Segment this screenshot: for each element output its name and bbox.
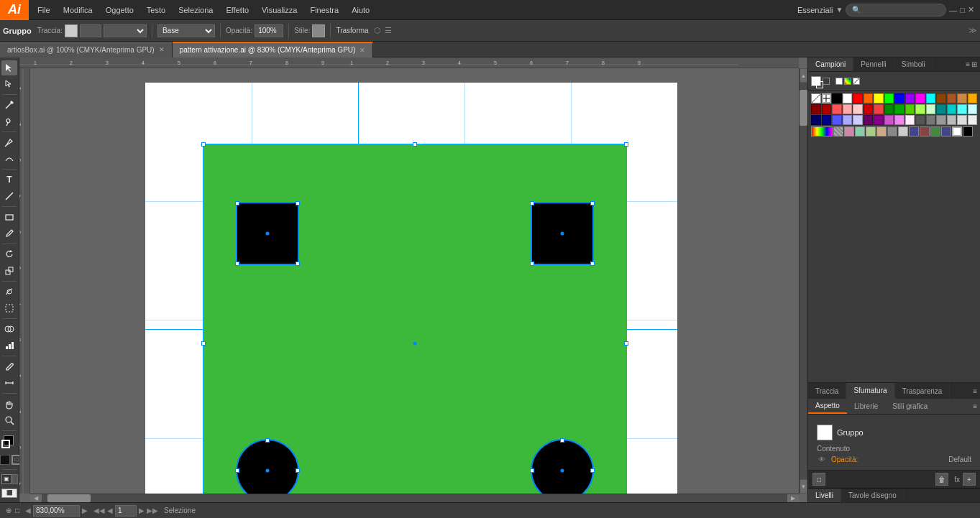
swatch-white[interactable] [843,93,853,103]
sq-tl-handle-bl[interactable] [235,262,239,266]
hscroll[interactable]: ◀ ▶ [30,494,799,502]
chart-tool[interactable] [1,338,17,353]
sq-tr-handle-tl[interactable] [530,201,534,205]
rotate-tool[interactable] [1,247,17,262]
swatch-blue[interactable] [894,93,905,103]
align-icon[interactable]: ☰ [385,26,392,35]
swatch-mintgreen[interactable] [926,104,936,114]
panel-menu-icon[interactable]: ≡ [966,60,970,68]
black-square-tl[interactable] [236,202,299,265]
artboard-num-input[interactable] [115,505,137,517]
handle-ml[interactable] [201,341,206,346]
zoom-input[interactable] [33,505,80,517]
status-icon-2[interactable]: □ [15,507,19,514]
group-fill-swatch[interactable] [817,425,833,440]
swatch-medpurple[interactable] [874,115,884,125]
fill-box[interactable] [0,455,10,465]
sq-tl-handle-br[interactable] [296,262,300,266]
swatch-gray50[interactable] [887,126,897,137]
close-button[interactable]: ✕ [968,5,974,14]
eyedropper-tool[interactable] [1,359,17,374]
swatch-gray55[interactable] [915,115,925,125]
new-layer-btn[interactable]: □ [812,473,825,486]
minimize-button[interactable]: — [949,6,957,14]
hand-tool[interactable] [1,397,17,412]
swatch-sienna[interactable] [920,126,930,137]
screen-mode-btn[interactable] [12,474,18,484]
bp-menu-icon[interactable]: ≡ [973,387,977,395]
stroke-line-select[interactable]: Base [157,24,215,37]
asp-tab-librerie[interactable]: Librerie [847,399,885,414]
bp-tab-sfumatura[interactable]: Sfumatura [846,383,894,399]
swatch-chartreuse[interactable] [905,104,915,114]
swatch-violet[interactable] [905,93,915,103]
shape-builder-tool2[interactable] [1,322,17,337]
menu-file[interactable]: File [32,4,56,16]
swatch-lightred[interactable] [832,104,842,114]
line-tool[interactable] [1,189,17,204]
magic-wand-tool[interactable] [1,98,17,113]
swatch-mauve[interactable] [844,126,854,137]
zoom-area[interactable]: ◀ ▶ [25,505,88,517]
black-circle-br[interactable] [531,439,594,494]
swatch-lightlavblue[interactable] [853,115,863,125]
stroke-color[interactable] [1,440,10,448]
zoom-prev-btn[interactable]: ◀ [25,507,31,514]
color-mode-grad[interactable] [844,78,851,85]
sq-tr-handle-tr[interactable] [590,201,595,205]
swatch-teal[interactable] [936,104,946,114]
sq-tl-handle-tl[interactable] [235,201,239,205]
swatch-graydd[interactable] [957,115,967,125]
shape-builder-icon[interactable]: ⬡ [374,26,381,35]
swatch-red[interactable] [853,93,863,103]
swatch-magenta[interactable] [915,93,925,103]
swatch-sand[interactable] [876,126,887,137]
sq-tr-handle-bl[interactable] [530,262,534,266]
asp-tab-aspetto[interactable]: Aspetto [808,399,847,414]
swatch-none-item[interactable] [811,93,821,103]
zoom-next-btn[interactable]: ▶ [82,507,88,514]
tab-pattern[interactable]: pattern attivazione.ai @ 830% (CMYK/Ante… [173,42,374,57]
swatch-registration[interactable] [822,93,832,103]
circ-bl-handle-l[interactable] [235,468,239,473]
normal-screen-btn[interactable]: ▣ [1,474,12,484]
swatch-darkpurple[interactable] [864,115,874,125]
stroke-color-swatch[interactable] [65,24,78,37]
sq-tr-handle-br[interactable] [590,262,595,266]
swatch-paleplum[interactable] [905,115,915,125]
warp-tool[interactable] [1,285,17,300]
black-square-tr[interactable] [531,202,594,265]
trasforma-label[interactable]: Trasforma [336,27,368,34]
black-circle-bl[interactable] [236,439,299,494]
swatch-graybb[interactable] [947,115,957,125]
swatch-medgreen[interactable] [894,104,905,114]
lasso-tool[interactable] [1,114,17,129]
green-rectangle[interactable] [203,144,627,494]
menu-testo[interactable]: Testo [141,4,171,16]
artboard-btn[interactable]: ⬛ [1,489,17,498]
bp-tab-traccia[interactable]: Traccia [808,383,846,399]
artboard-end-btn[interactable]: ▶▶ [147,507,158,514]
tab-pennelli[interactable]: Pennelli [853,57,894,71]
opacity-label[interactable]: Opacità: [831,455,858,463]
measure-tool[interactable] [1,376,17,391]
swatch-paleblue[interactable] [968,104,978,114]
vscroll-down[interactable]: ▼ [800,479,807,494]
swatch-salmon[interactable] [874,104,884,114]
swatch-brown1[interactable] [936,93,946,103]
swatch-stroke-box[interactable] [823,78,830,85]
lv-tab-tavole[interactable]: Tavole disegno [841,489,905,502]
color-mode-fill[interactable] [835,78,843,85]
swatch-periwinkle[interactable] [832,115,842,125]
handle-tl[interactable] [201,142,206,147]
zoom-tool[interactable] [1,413,17,428]
asp-menu-icon[interactable]: ≡ [973,402,977,410]
paintbrush-tool[interactable] [1,226,17,241]
free-transform-tool[interactable] [1,301,17,316]
swatch-khaki[interactable] [866,126,876,137]
swatch-tan[interactable] [957,93,967,103]
menu-oggetto[interactable]: Oggetto [100,4,139,16]
color-boxes[interactable] [1,435,17,450]
asp-tab-stili[interactable]: Stili grafica [885,399,935,414]
swatch-aqua[interactable] [947,104,957,114]
